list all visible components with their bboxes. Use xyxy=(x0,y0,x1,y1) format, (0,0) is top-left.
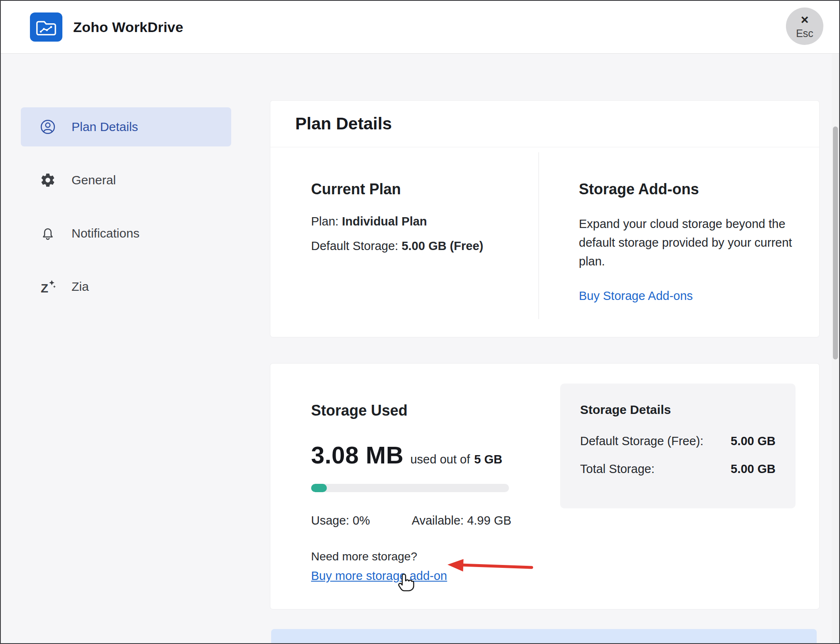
app-title: Zoho WorkDrive xyxy=(73,19,183,35)
current-plan-title: Current Plan xyxy=(311,181,522,198)
storage-details-title: Storage Details xyxy=(580,403,776,417)
folder-chart-icon xyxy=(35,17,57,37)
plan-label: Plan: xyxy=(311,215,338,228)
detail-value: 5.00 GB xyxy=(731,434,776,448)
storage-details-box: Storage Details Default Storage (Free): … xyxy=(560,384,796,508)
bottom-info-banner xyxy=(271,629,817,644)
sidebar-item-label: Zia xyxy=(72,280,89,294)
plan-value: Individual Plan xyxy=(342,215,427,228)
available-value: 4.99 GB xyxy=(467,514,511,527)
sidebar-item-notifications[interactable]: Notifications xyxy=(21,214,231,253)
storage-progress-fill xyxy=(311,484,327,492)
default-storage-label: Default Storage: xyxy=(311,239,398,253)
sidebar-item-label: General xyxy=(72,173,116,187)
storage-addons-title: Storage Add-ons xyxy=(579,181,794,198)
zia-sparkle-icon: Z xyxy=(40,279,56,295)
current-plan-section: Current Plan Plan: Individual Plan Defau… xyxy=(270,147,539,337)
storage-used-title: Storage Used xyxy=(311,402,544,419)
storage-used-value: 3.08 MB xyxy=(311,441,404,469)
sidebar-item-label: Plan Details xyxy=(72,120,138,134)
svg-text:Z: Z xyxy=(41,281,48,295)
storage-used-card: Storage Used 3.08 MB used out of 5 GB Us… xyxy=(270,364,819,609)
scrollbar-track[interactable] xyxy=(832,54,839,643)
available-label: Available: xyxy=(412,514,464,527)
storage-progress-bar xyxy=(311,484,509,492)
sidebar-item-label: Notifications xyxy=(72,226,139,240)
storage-used-section: Storage Used 3.08 MB used out of 5 GB Us… xyxy=(311,402,544,583)
workdrive-logo-icon xyxy=(30,12,62,42)
storage-total-value: 5 GB xyxy=(474,453,502,466)
available-stat: Available: 4.99 GB xyxy=(412,514,511,528)
user-circle-icon xyxy=(40,119,56,135)
buy-more-storage-link[interactable]: Buy more storage add-on xyxy=(311,569,447,583)
default-storage-value: 5.00 GB (Free) xyxy=(402,239,484,253)
detail-label: Default Storage (Free): xyxy=(580,434,704,448)
sidebar-item-plan-details[interactable]: Plan Details xyxy=(21,107,231,146)
storage-details-row: Total Storage: 5.00 GB xyxy=(580,462,776,476)
esc-label: Esc xyxy=(796,27,813,40)
close-icon: × xyxy=(801,13,809,26)
detail-label: Total Storage: xyxy=(580,462,655,476)
detail-value: 5.00 GB xyxy=(731,462,776,476)
settings-sidebar: Plan Details General Notifications Z Zia xyxy=(21,107,231,320)
usage-stat: Usage: 0% xyxy=(311,514,370,528)
used-out-of-text: used out of xyxy=(410,453,470,466)
esc-close-button[interactable]: × Esc xyxy=(786,7,823,45)
sidebar-item-general[interactable]: General xyxy=(21,161,231,200)
gear-icon xyxy=(40,172,56,188)
sidebar-item-zia[interactable]: Z Zia xyxy=(21,267,231,306)
usage-value: 0% xyxy=(353,514,370,527)
scrollbar-thumb[interactable] xyxy=(833,126,838,359)
plan-details-card: Plan Details Current Plan Plan: Individu… xyxy=(270,101,819,337)
header: Zoho WorkDrive × Esc xyxy=(1,1,839,54)
buy-storage-addons-link[interactable]: Buy Storage Add-ons xyxy=(579,289,693,303)
app-window: Zoho WorkDrive × Esc Plan Details Genera… xyxy=(0,0,840,644)
storage-details-row: Default Storage (Free): 5.00 GB xyxy=(580,434,776,448)
bell-icon xyxy=(40,225,56,241)
usage-label: Usage: xyxy=(311,514,349,527)
page-title: Plan Details xyxy=(270,101,819,147)
storage-addons-section: Storage Add-ons Expand your cloud storag… xyxy=(539,147,819,337)
need-more-storage-text: Need more storage? xyxy=(311,550,544,563)
storage-addons-description: Expand your cloud storage beyond the def… xyxy=(579,215,794,271)
